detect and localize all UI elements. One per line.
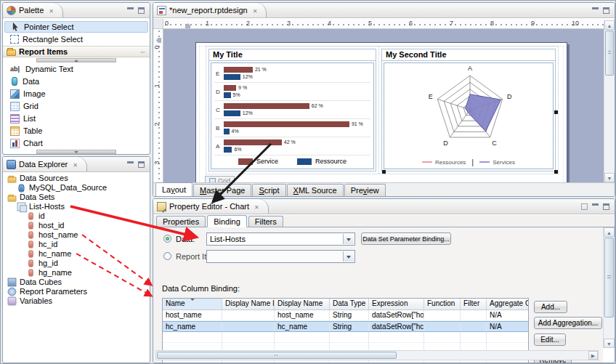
- tree-item-hg-name[interactable]: hg_name: [3, 268, 150, 278]
- tab-script[interactable]: Script: [252, 184, 285, 196]
- radar-chart-plot[interactable]: ADCDE Ressources|Services: [384, 62, 554, 169]
- editor-vertical-scrollbar[interactable]: ▲ ▼: [604, 20, 615, 182]
- maximize-icon[interactable]: [603, 7, 609, 14]
- maximize-icon[interactable]: [138, 7, 145, 14]
- report-page[interactable]: My Title E21 %12%D9 %5%C62 %12%B91 %4%A4…: [195, 42, 567, 182]
- palette-item-data[interactable]: Data: [4, 76, 148, 87]
- scroll-up-icon[interactable]: ▲: [604, 227, 615, 237]
- palette-view-tab[interactable]: Palette: [3, 3, 63, 17]
- minimize-icon[interactable]: [127, 7, 134, 14]
- margin-marker-icon[interactable]: [185, 23, 190, 28]
- minimize-icon[interactable]: [592, 7, 599, 14]
- tab-xml-source[interactable]: XML Source: [287, 184, 344, 196]
- tab-binding[interactable]: Binding: [207, 215, 247, 227]
- tree-item-report-parameters[interactable]: Report Parameters: [3, 287, 150, 296]
- tree-item-hg-id[interactable]: hg_id: [3, 259, 150, 268]
- view-menu-icon[interactable]: [581, 203, 588, 210]
- property-editor-view-tab[interactable]: Property Editor - Chart: [153, 199, 269, 214]
- edit-button[interactable]: Edit...: [534, 333, 566, 346]
- property-vertical-scrollbar[interactable]: ▲ ▼: [603, 227, 615, 348]
- close-icon[interactable]: [70, 160, 78, 169]
- palette-item-list[interactable]: List: [4, 113, 148, 124]
- data-set-combo[interactable]: List-Hosts: [206, 232, 355, 246]
- tree-item-mysql-data-source[interactable]: MySQL_Data_Source: [3, 183, 150, 193]
- tree-item-id[interactable]: id: [3, 211, 150, 221]
- data-explorer-view-tab[interactable]: Data Explorer: [3, 157, 87, 171]
- tab-layout[interactable]: Layout: [155, 182, 192, 196]
- palette-item-dynamic-text[interactable]: ab|Dynamic Text: [4, 63, 148, 75]
- palette-item-chart[interactable]: Chart: [4, 137, 148, 149]
- maximize-icon[interactable]: [603, 203, 609, 210]
- margin-marker-icon[interactable]: [156, 38, 161, 43]
- column-header-display-name-id[interactable]: Display Name ID: [222, 299, 275, 310]
- column-header-aggregate-on[interactable]: Aggregate On: [487, 299, 529, 310]
- column-header-name[interactable]: Name: [163, 299, 222, 310]
- data-radio[interactable]: [163, 235, 171, 243]
- column-header-data-type[interactable]: Data Type: [330, 299, 369, 310]
- tree-item-host-name[interactable]: host_name: [3, 230, 150, 240]
- folder-icon: [8, 195, 17, 201]
- selection-handle[interactable]: [554, 110, 558, 114]
- chevron-down-icon[interactable]: [343, 251, 354, 262]
- grid-element-tab[interactable]: Grid: [205, 176, 235, 182]
- column-header-filter[interactable]: Filter: [461, 299, 487, 310]
- tree-item-data-sets[interactable]: Data Sets: [3, 193, 150, 202]
- maximize-icon[interactable]: [138, 161, 145, 168]
- tree-item-data-sources[interactable]: Data Sources: [3, 174, 150, 183]
- parameter-icon: [8, 288, 17, 296]
- scroll-down-icon[interactable]: ▼: [604, 173, 615, 182]
- bar-chart-element[interactable]: My Title E21 %12%D9 %5%C62 %12%B91 %4%A4…: [208, 49, 376, 171]
- scrollbar-thumb[interactable]: [604, 238, 614, 318]
- design-canvas[interactable]: My Title E21 %12%D9 %5%C62 %12%B91 %4%A4…: [163, 29, 604, 182]
- report-item-radio[interactable]: [163, 252, 171, 260]
- palette-item-grid[interactable]: Grid: [4, 100, 148, 112]
- property-horizontal-scrollbar[interactable]: ▶: [155, 350, 599, 360]
- palette-item-image[interactable]: Image: [4, 88, 148, 100]
- minimize-icon[interactable]: [127, 161, 134, 168]
- palette-item-pointer-select[interactable]: Pointer Select: [4, 21, 148, 33]
- tree-item-hc-id[interactable]: hc_id: [3, 240, 150, 249]
- column-header-expression[interactable]: Expression: [369, 299, 424, 310]
- scroll-right-icon[interactable]: ▶: [588, 351, 598, 360]
- tab-properties[interactable]: Properties: [156, 216, 206, 227]
- close-icon[interactable]: [252, 202, 259, 211]
- column-header-function[interactable]: Function: [424, 299, 461, 310]
- table-row-host-name[interactable]: host_namehost_nameStringdataSetRow["ho..…: [163, 310, 528, 321]
- bar-service: 62 %: [224, 103, 309, 109]
- tree-item-list-hosts[interactable]: List-Hosts: [3, 202, 150, 211]
- selection-handle[interactable]: [382, 170, 386, 174]
- report-grid-element[interactable]: My Title E21 %12%D9 %5%C62 %12%B91 %4%A4…: [206, 46, 559, 174]
- tab-master-page[interactable]: Master Page: [193, 184, 251, 196]
- radar-chart-element[interactable]: My Second Title ADCDE Ressources|Service…: [381, 49, 556, 171]
- bar-chart-plot[interactable]: E21 %12%D9 %5%C62 %12%B91 %4%A42 %6% Ser…: [211, 62, 374, 169]
- scrollbar-thumb[interactable]: [605, 31, 614, 76]
- palette-section-report-items[interactable]: Report Items⇔: [3, 46, 150, 57]
- close-icon[interactable]: [251, 6, 258, 15]
- tree-item-host-id[interactable]: host_id: [3, 221, 150, 230]
- selection-handle[interactable]: [554, 170, 558, 174]
- grid-cell-right[interactable]: My Second Title ADCDE Ressources|Service…: [379, 46, 558, 174]
- tab-preview[interactable]: Preview: [344, 184, 386, 196]
- data-set-parameter-binding-button[interactable]: Data Set Parameter Binding...: [361, 232, 451, 245]
- palette-scroll-up[interactable]: [36, 58, 116, 62]
- palette-item-rectangle-select[interactable]: Rectangle Select: [4, 33, 148, 45]
- scroll-down-icon[interactable]: ▼: [604, 339, 615, 348]
- palette-item-table[interactable]: Table: [4, 125, 148, 137]
- minimize-icon[interactable]: [592, 203, 599, 210]
- chevron-down-icon[interactable]: [343, 234, 354, 244]
- tree-item-hc-name[interactable]: hc_name: [3, 249, 150, 259]
- table-row-hc-name[interactable]: hc_namehc_nameStringdataSetRow["hc...N/A: [163, 321, 528, 332]
- grid-cell-left[interactable]: My Title E21 %12%D9 %5%C62 %12%B91 %4%A4…: [206, 46, 379, 174]
- close-icon[interactable]: [46, 6, 54, 15]
- report-item-combo[interactable]: [206, 250, 355, 263]
- tree-item-data-cubes[interactable]: Data Cubes: [3, 278, 150, 287]
- add-aggregation-button[interactable]: Add Aggregation...: [534, 317, 602, 329]
- tree-item-variables[interactable]: Variables: [3, 296, 150, 306]
- column-header-display-name[interactable]: Display Name: [275, 299, 330, 310]
- editor-tab-new-report[interactable]: *new_report.rptdesign: [153, 3, 267, 17]
- palette-scroll-down[interactable]: [36, 150, 116, 154]
- tab-filters[interactable]: Filters: [248, 216, 283, 227]
- add-button[interactable]: Add...: [534, 301, 567, 313]
- scroll-up-icon[interactable]: ▲: [604, 20, 615, 30]
- scrollbar-thumb[interactable]: [157, 352, 397, 359]
